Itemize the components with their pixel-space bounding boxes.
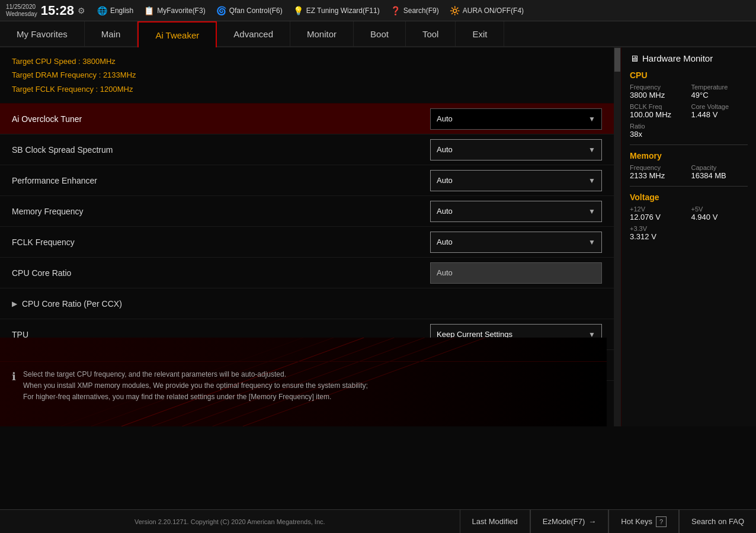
hw-ratio-label: Ratio 38x — [630, 123, 687, 139]
ez-tuning-label: EZ Tuning Wizard(F11) — [306, 7, 380, 15]
setting-memory-frequency[interactable]: Memory Frequency Auto ▼ — [0, 196, 614, 227]
description-text: Select the target CPU frequency, and the… — [23, 369, 368, 403]
setting-label-cpu-core-ratio: CPU Core Ratio — [12, 268, 430, 278]
last-modified-btn[interactable]: Last Modified — [460, 510, 530, 533]
input-cpu-core-ratio[interactable]: Auto — [430, 262, 602, 284]
qfan-icon: 🌀 — [216, 6, 226, 15]
dropdown-value-fclk-frequency: Auto — [437, 237, 453, 246]
aura-icon: 🔆 — [450, 6, 460, 15]
setting-fclk-frequency[interactable]: FCLK Frequency Auto ▼ — [0, 227, 614, 258]
time-display: 15:28 — [41, 3, 74, 18]
my-favorite-label: MyFavorite(F3) — [157, 7, 205, 15]
hw-33v-label: +3.3V 3.312 V — [630, 225, 687, 241]
hw-voltage-section-title: Voltage — [630, 192, 748, 202]
ez-mode-arrow-icon: → — [588, 517, 596, 526]
ez-mode-label: EzMode(F7) — [543, 517, 585, 526]
last-modified-label: Last Modified — [472, 517, 518, 526]
aura-label: AURA ON/OFF(F4) — [463, 7, 524, 15]
dropdown-arrow-icon: ▼ — [588, 146, 595, 154]
setting-control-sb-clock[interactable]: Auto ▼ — [430, 139, 602, 160]
dropdown-memory-frequency[interactable]: Auto ▼ — [430, 201, 602, 222]
tab-my-favorites[interactable]: My Favorites — [0, 21, 85, 46]
settings-gear-icon[interactable]: ⚙ — [78, 6, 85, 15]
target-cpu-speed: Target CPU Speed : 3800MHz — [12, 54, 602, 68]
dropdown-performance-enhancer[interactable]: Auto ▼ — [430, 170, 602, 191]
scroll-thumb[interactable] — [614, 48, 620, 72]
scrollbar[interactable] — [614, 47, 621, 426]
setting-control-cpu-core-ratio[interactable]: Auto — [430, 262, 602, 284]
dropdown-value-performance-enhancer: Auto — [437, 176, 453, 185]
setting-label-fclk-frequency: FCLK Frequency — [12, 237, 430, 247]
qfan-btn[interactable]: 🌀 Qfan Control(F6) — [216, 6, 283, 15]
setting-control-performance-enhancer[interactable]: Auto ▼ — [430, 170, 602, 191]
top-bar-items: 🌐 English 📋 MyFavorite(F3) 🌀 Qfan Contro… — [97, 6, 750, 15]
hw-cpu-section-title: CPU — [630, 70, 748, 80]
search-icon: ❓ — [390, 6, 401, 15]
setting-control-fclk-frequency[interactable]: Auto ▼ — [430, 232, 602, 253]
dropdown-sb-clock[interactable]: Auto ▼ — [430, 139, 602, 160]
tab-exit[interactable]: Exit — [456, 21, 504, 46]
target-info-panel: Target CPU Speed : 3800MHz Target DRAM F… — [0, 47, 614, 104]
hw-divider-1 — [630, 145, 748, 145]
search-faq-label: Search on FAQ — [691, 517, 744, 526]
hw-cpu-grid: Frequency 3800 MHz Temperature 49°C BCLK… — [630, 84, 748, 139]
tab-tool[interactable]: Tool — [406, 21, 456, 46]
dropdown-value-ai-overclock-tuner: Auto — [437, 114, 453, 123]
hot-keys-label: Hot Keys — [621, 517, 652, 526]
search-btn[interactable]: ❓ Search(F9) — [390, 6, 439, 15]
footer-buttons: Last Modified EzMode(F7) → Hot Keys ? Se… — [460, 510, 757, 533]
setting-performance-enhancer[interactable]: Performance Enhancer Auto ▼ — [0, 165, 614, 196]
hw-divider-2 — [630, 186, 748, 187]
dropdown-ai-overclock-tuner[interactable]: Auto ▼ — [430, 108, 602, 130]
hw-memory-grid: Frequency 2133 MHz Capacity 16384 MB — [630, 164, 748, 180]
setting-control-ai-overclock-tuner[interactable]: Auto ▼ — [430, 108, 602, 130]
hw-bclk-freq-label: BCLK Freq 100.00 MHz — [630, 103, 687, 119]
target-dram-freq: Target DRAM Frequency : 2133MHz — [12, 68, 602, 82]
favorite-icon: 📋 — [144, 6, 154, 15]
ez-mode-btn[interactable]: EzMode(F7) → — [530, 510, 608, 533]
setting-cpu-core-ratio[interactable]: CPU Core Ratio Auto — [0, 258, 614, 288]
dropdown-arrow-icon: ▼ — [588, 207, 595, 216]
qfan-label: Qfan Control(F6) — [229, 7, 283, 15]
setting-label-cpu-core-ratio-per-ccx: CPU Core Ratio (Per CCX) — [22, 299, 122, 309]
hw-mem-capacity-label: Capacity 16384 MB — [691, 164, 748, 180]
target-fclk-freq: Target FCLK Frequency : 1200MHz — [12, 82, 602, 96]
datetime-display: 11/25/2020Wednesday 15:28 ⚙ — [6, 3, 85, 18]
tab-boot[interactable]: Boot — [354, 21, 406, 46]
hot-keys-btn[interactable]: Hot Keys ? — [608, 510, 678, 533]
hw-5v-label: +5V 4.940 V — [691, 206, 748, 221]
footer-left: Version 2.20.1271. Copyright (C) 2020 Am… — [0, 518, 460, 525]
search-label: Search(F9) — [403, 7, 439, 15]
dropdown-arrow-icon: ▼ — [588, 238, 595, 246]
monitor-icon: 🖥 — [630, 53, 639, 63]
search-faq-btn[interactable]: Search on FAQ — [679, 510, 756, 533]
setting-label-sb-clock: SB Clock Spread Spectrum — [12, 145, 430, 155]
hw-cpu-temp-label: Temperature 49°C — [691, 84, 748, 99]
language-selector[interactable]: 🌐 English — [97, 6, 133, 15]
language-label: English — [110, 7, 133, 15]
dropdown-arrow-icon: ▼ — [588, 115, 595, 123]
hw-voltage-grid: +12V 12.076 V +5V 4.940 V +3.3V 3.312 V — [630, 206, 748, 241]
info-icon: ℹ — [12, 370, 16, 383]
tab-main[interactable]: Main — [85, 21, 138, 46]
tab-ai-tweaker[interactable]: Ai Tweaker — [137, 21, 217, 47]
setting-ai-overclock-tuner[interactable]: Ai Overclock Tuner Auto ▼ — [0, 104, 614, 134]
hw-12v-label: +12V 12.076 V — [630, 206, 687, 221]
setting-sb-clock[interactable]: SB Clock Spread Spectrum Auto ▼ — [0, 134, 614, 165]
my-favorite-btn[interactable]: 📋 MyFavorite(F3) — [144, 6, 205, 15]
dropdown-value-sb-clock: Auto — [437, 145, 453, 154]
setting-cpu-core-ratio-per-ccx[interactable]: ▶ CPU Core Ratio (Per CCX) — [0, 288, 614, 319]
footer: Version 2.20.1271. Copyright (C) 2020 Am… — [0, 509, 756, 533]
dropdown-fclk-frequency[interactable]: Auto ▼ — [430, 232, 602, 253]
setting-label-memory-frequency: Memory Frequency — [12, 207, 430, 216]
aura-btn[interactable]: 🔆 AURA ON/OFF(F4) — [450, 6, 524, 15]
tab-monitor[interactable]: Monitor — [290, 21, 354, 46]
date-display: 11/25/2020Wednesday — [6, 4, 37, 18]
dropdown-value-memory-frequency: Auto — [437, 207, 453, 216]
hw-cpu-freq-label: Frequency 3800 MHz — [630, 84, 687, 99]
ez-tuning-btn[interactable]: 💡 EZ Tuning Wizard(F11) — [293, 6, 380, 15]
tab-advanced[interactable]: Advanced — [217, 21, 290, 46]
setting-control-memory-frequency[interactable]: Auto ▼ — [430, 201, 602, 222]
hardware-monitor-panel: 🖥 Hardware Monitor CPU Frequency 3800 MH… — [621, 47, 756, 426]
hw-memory-section-title: Memory — [630, 151, 748, 160]
